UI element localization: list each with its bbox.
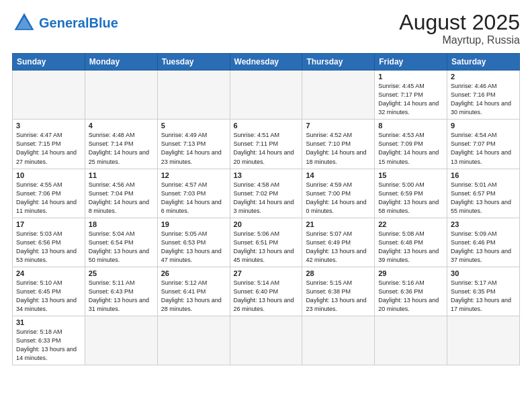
day-cell: 18Sunrise: 5:04 AM Sunset: 6:54 PM Dayli…: [85, 218, 157, 267]
day-cell: 1Sunrise: 4:45 AM Sunset: 7:17 PM Daylig…: [375, 71, 447, 120]
day-number: 17: [16, 220, 81, 228]
day-cell: 6Sunrise: 4:51 AM Sunset: 7:11 PM Daylig…: [230, 120, 302, 169]
weekday-header-row: SundayMondayTuesdayWednesdayThursdayFrid…: [13, 54, 520, 71]
day-info: Sunrise: 5:11 AM Sunset: 6:43 PM Dayligh…: [89, 279, 154, 314]
day-number: 7: [306, 122, 371, 130]
day-cell: 22Sunrise: 5:08 AM Sunset: 6:48 PM Dayli…: [375, 218, 447, 267]
day-cell: 15Sunrise: 5:00 AM Sunset: 6:59 PM Dayli…: [375, 169, 447, 218]
day-number: 20: [234, 220, 299, 228]
day-number: 29: [378, 269, 443, 277]
day-cell: 21Sunrise: 5:07 AM Sunset: 6:49 PM Dayli…: [302, 218, 375, 267]
day-cell: [157, 316, 230, 365]
day-cell: 17Sunrise: 5:03 AM Sunset: 6:56 PM Dayli…: [13, 218, 85, 267]
day-cell: 7Sunrise: 4:52 AM Sunset: 7:10 PM Daylig…: [302, 120, 375, 169]
day-number: 13: [234, 171, 299, 179]
title-block: August 2025 Mayrtup, Russia: [399, 11, 520, 46]
day-info: Sunrise: 5:07 AM Sunset: 6:49 PM Dayligh…: [306, 230, 371, 265]
day-cell: 13Sunrise: 4:58 AM Sunset: 7:02 PM Dayli…: [230, 169, 302, 218]
day-number: 11: [89, 171, 154, 179]
day-cell: 11Sunrise: 4:56 AM Sunset: 7:04 PM Dayli…: [85, 169, 157, 218]
day-info: Sunrise: 5:10 AM Sunset: 6:45 PM Dayligh…: [16, 279, 81, 314]
day-cell: [85, 316, 157, 365]
day-cell: 26Sunrise: 5:12 AM Sunset: 6:41 PM Dayli…: [157, 267, 230, 316]
day-number: 14: [306, 171, 371, 179]
day-cell: 28Sunrise: 5:15 AM Sunset: 6:38 PM Dayli…: [302, 267, 375, 316]
day-number: 21: [306, 220, 371, 228]
day-info: Sunrise: 4:48 AM Sunset: 7:14 PM Dayligh…: [89, 131, 154, 166]
day-cell: 20Sunrise: 5:06 AM Sunset: 6:51 PM Dayli…: [230, 218, 302, 267]
day-number: 5: [161, 122, 226, 130]
day-cell: 2Sunrise: 4:46 AM Sunset: 7:16 PM Daylig…: [447, 71, 520, 120]
day-info: Sunrise: 5:01 AM Sunset: 6:57 PM Dayligh…: [451, 181, 516, 216]
day-info: Sunrise: 4:55 AM Sunset: 7:06 PM Dayligh…: [16, 181, 81, 216]
day-number: 26: [161, 269, 226, 277]
day-number: 3: [16, 122, 81, 130]
day-cell: [157, 71, 230, 120]
day-info: Sunrise: 4:49 AM Sunset: 7:13 PM Dayligh…: [161, 131, 226, 166]
weekday-header-wednesday: Wednesday: [230, 54, 302, 71]
week-row-6: 31Sunrise: 5:18 AM Sunset: 6:33 PM Dayli…: [13, 316, 520, 365]
day-info: Sunrise: 4:53 AM Sunset: 7:09 PM Dayligh…: [378, 131, 443, 166]
week-row-5: 24Sunrise: 5:10 AM Sunset: 6:45 PM Dayli…: [13, 267, 520, 316]
day-cell: [302, 71, 375, 120]
day-number: 28: [306, 269, 371, 277]
page: GeneralBlue August 2025 Mayrtup, Russia …: [0, 0, 532, 411]
day-cell: 14Sunrise: 4:59 AM Sunset: 7:00 PM Dayli…: [302, 169, 375, 218]
weekday-header-friday: Friday: [375, 54, 447, 71]
weekday-header-thursday: Thursday: [302, 54, 375, 71]
day-cell: 16Sunrise: 5:01 AM Sunset: 6:57 PM Dayli…: [447, 169, 520, 218]
calendar: SundayMondayTuesdayWednesdayThursdayFrid…: [12, 53, 520, 365]
day-cell: 10Sunrise: 4:55 AM Sunset: 7:06 PM Dayli…: [13, 169, 85, 218]
day-cell: 27Sunrise: 5:14 AM Sunset: 6:40 PM Dayli…: [230, 267, 302, 316]
day-cell: 30Sunrise: 5:17 AM Sunset: 6:35 PM Dayli…: [447, 267, 520, 316]
day-info: Sunrise: 4:51 AM Sunset: 7:11 PM Dayligh…: [234, 131, 299, 166]
day-cell: 4Sunrise: 4:48 AM Sunset: 7:14 PM Daylig…: [85, 120, 157, 169]
day-info: Sunrise: 5:12 AM Sunset: 6:41 PM Dayligh…: [161, 279, 226, 314]
day-number: 9: [451, 122, 516, 130]
logo-blue: Blue: [89, 15, 118, 30]
header: GeneralBlue August 2025 Mayrtup, Russia: [12, 11, 520, 46]
location: Mayrtup, Russia: [399, 34, 520, 46]
logo-icon: [12, 11, 36, 35]
day-number: 15: [378, 171, 443, 179]
day-number: 16: [451, 171, 516, 179]
day-info: Sunrise: 5:18 AM Sunset: 6:33 PM Dayligh…: [16, 328, 81, 363]
day-number: 30: [451, 269, 516, 277]
day-cell: [375, 316, 447, 365]
day-info: Sunrise: 4:52 AM Sunset: 7:10 PM Dayligh…: [306, 131, 371, 166]
weekday-header-monday: Monday: [85, 54, 157, 71]
day-cell: 23Sunrise: 5:09 AM Sunset: 6:46 PM Dayli…: [447, 218, 520, 267]
day-info: Sunrise: 5:05 AM Sunset: 6:53 PM Dayligh…: [161, 230, 226, 265]
day-cell: 25Sunrise: 5:11 AM Sunset: 6:43 PM Dayli…: [85, 267, 157, 316]
day-number: 25: [89, 269, 154, 277]
logo: GeneralBlue: [12, 11, 118, 35]
day-cell: 8Sunrise: 4:53 AM Sunset: 7:09 PM Daylig…: [375, 120, 447, 169]
day-cell: [13, 71, 85, 120]
day-info: Sunrise: 5:04 AM Sunset: 6:54 PM Dayligh…: [89, 230, 154, 265]
day-info: Sunrise: 4:45 AM Sunset: 7:17 PM Dayligh…: [378, 82, 443, 117]
day-info: Sunrise: 5:17 AM Sunset: 6:35 PM Dayligh…: [451, 279, 516, 314]
day-number: 24: [16, 269, 81, 277]
day-number: 31: [16, 318, 81, 326]
day-cell: 19Sunrise: 5:05 AM Sunset: 6:53 PM Dayli…: [157, 218, 230, 267]
day-number: 12: [161, 171, 226, 179]
day-info: Sunrise: 5:06 AM Sunset: 6:51 PM Dayligh…: [234, 230, 299, 265]
day-number: 18: [89, 220, 154, 228]
week-row-1: 1Sunrise: 4:45 AM Sunset: 7:17 PM Daylig…: [13, 71, 520, 120]
day-cell: 5Sunrise: 4:49 AM Sunset: 7:13 PM Daylig…: [157, 120, 230, 169]
day-number: 4: [89, 122, 154, 130]
day-cell: [447, 316, 520, 365]
day-cell: [302, 316, 375, 365]
day-info: Sunrise: 4:58 AM Sunset: 7:02 PM Dayligh…: [234, 181, 299, 216]
day-info: Sunrise: 5:09 AM Sunset: 6:46 PM Dayligh…: [451, 230, 516, 265]
day-cell: 31Sunrise: 5:18 AM Sunset: 6:33 PM Dayli…: [13, 316, 85, 365]
day-info: Sunrise: 4:46 AM Sunset: 7:16 PM Dayligh…: [451, 82, 516, 117]
day-info: Sunrise: 5:15 AM Sunset: 6:38 PM Dayligh…: [306, 279, 371, 314]
weekday-header-tuesday: Tuesday: [157, 54, 230, 71]
day-info: Sunrise: 4:54 AM Sunset: 7:07 PM Dayligh…: [451, 131, 516, 166]
logo-general: General: [39, 15, 89, 30]
weekday-header-sunday: Sunday: [13, 54, 85, 71]
day-number: 19: [161, 220, 226, 228]
day-number: 22: [378, 220, 443, 228]
day-info: Sunrise: 4:47 AM Sunset: 7:15 PM Dayligh…: [16, 131, 81, 166]
